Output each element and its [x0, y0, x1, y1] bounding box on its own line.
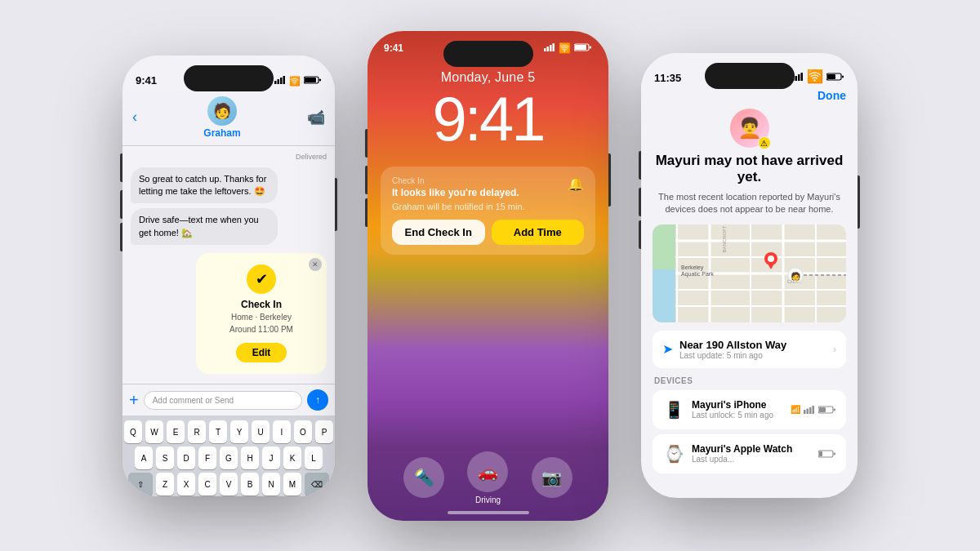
svg-rect-46 [809, 407, 812, 414]
key-t[interactable]: T [209, 420, 227, 443]
keyboard: Q W E R T Y U I O P A S D F G H J K L [122, 415, 335, 495]
messages-header: ‹ 🧑 Graham 📹 [122, 91, 335, 146]
key-d[interactable]: D [177, 447, 195, 469]
messages-screen: 9:41 🛜 ‹ 🧑 Graham 📹 Delivered So great t… [122, 56, 335, 496]
lockscreen-date: Monday, June 5 [368, 70, 608, 85]
location-icon: ➤ [662, 341, 673, 357]
contact-name[interactable]: Graham [203, 127, 240, 139]
keyboard-row-2: A S D F G H J K L [126, 447, 332, 469]
close-button[interactable]: ✕ [309, 258, 322, 271]
messages-body: Delivered So great to catch up. Thanks f… [122, 146, 335, 384]
svg-rect-13 [590, 46, 591, 48]
dynamic-island-1 [184, 65, 274, 91]
notification-main-title: It looks like you're delayed. [392, 187, 519, 198]
device-status-1: 📶 [791, 405, 836, 414]
battery-icon-1 [304, 76, 322, 86]
key-s[interactable]: S [156, 447, 174, 469]
key-b[interactable]: B [241, 473, 259, 495]
key-h[interactable]: H [241, 447, 259, 469]
location-info: Near 190 Allston Way Last update: 5 min … [679, 339, 833, 360]
back-button[interactable]: ‹ [132, 109, 137, 126]
findmy-status-icons: 🛜 [792, 69, 844, 84]
svg-rect-5 [305, 78, 316, 82]
send-button[interactable]: ↑ [307, 389, 328, 411]
location-chevron-icon[interactable]: › [833, 344, 836, 355]
phone-findmy: 11:35 🛜 Done 🧑‍🦱 ⚠ Mayuri may not have a… [641, 53, 858, 498]
phone-lockscreen: 9:41 🛜 Monday, June 5 9:41 Check In It l… [368, 31, 608, 521]
key-m[interactable]: M [283, 473, 301, 495]
lockscreen-notification: Check In It looks like you're delayed. 🔔… [381, 167, 595, 255]
svg-text:BANCROFT: BANCROFT [722, 225, 727, 252]
lockscreen-dock: 🔦 🚗 Driving 📷 [368, 451, 608, 504]
notification-actions: End Check In Add Time [392, 220, 584, 245]
message-bubble-2: Drive safe—text me when you get home! 🏡 [131, 208, 278, 245]
map-svg: 🧑 Berkeley Aquatic Park BANCROFT CHA... [653, 224, 846, 322]
key-l[interactable]: L [305, 447, 323, 469]
key-i[interactable]: I [273, 420, 291, 443]
findmy-alert-section: 🧑‍🦱 ⚠ Mayuri may not have arrived yet. T… [641, 109, 858, 224]
person-avatar: 🧑‍🦱 ⚠ [730, 109, 769, 148]
key-z[interactable]: Z [156, 473, 174, 495]
key-w[interactable]: W [145, 420, 163, 443]
keyboard-row-3: ⇧ Z X C V B N M ⌫ [126, 473, 332, 495]
delivered-label: Delivered [131, 153, 327, 161]
svg-rect-16 [798, 74, 800, 81]
edit-button[interactable]: Edit [236, 343, 287, 362]
driving-mode-icon[interactable]: 🚗 [467, 451, 508, 492]
wifi-icon-1: 🛜 [289, 76, 301, 87]
key-y[interactable]: Y [230, 420, 248, 443]
add-attachment-button[interactable]: + [129, 391, 139, 410]
svg-rect-7 [544, 48, 546, 51]
key-x[interactable]: X [177, 473, 195, 495]
message-input[interactable]: Add comment or Send [144, 391, 302, 410]
camera-button[interactable]: 📷 [532, 457, 572, 498]
shift-key[interactable]: ⇧ [128, 473, 153, 495]
key-p[interactable]: P [315, 420, 333, 443]
svg-rect-1 [278, 79, 280, 84]
flashlight-button[interactable]: 🔦 [403, 457, 444, 498]
svg-rect-19 [827, 74, 835, 79]
key-j[interactable]: J [262, 447, 280, 469]
end-check-in-button[interactable]: End Check In [392, 220, 485, 245]
key-n[interactable]: N [262, 473, 280, 495]
driving-mode: 🚗 Driving [467, 451, 508, 504]
key-e[interactable]: E [167, 420, 185, 443]
key-f[interactable]: F [198, 447, 216, 469]
signal-icon-1 [274, 76, 286, 86]
findmy-status-time: 11:35 [654, 72, 681, 84]
key-v[interactable]: V [220, 473, 238, 495]
facetime-icon[interactable]: 📹 [307, 109, 325, 127]
driving-label: Driving [475, 495, 501, 504]
location-section: ➤ Near 190 Allston Way Last update: 5 mi… [653, 331, 846, 368]
location-row: ➤ Near 190 Allston Way Last update: 5 mi… [662, 339, 836, 360]
check-in-card: ✕ ✔ Check In Home · Berkeley Around 11:0… [196, 253, 327, 374]
key-u[interactable]: U [252, 420, 270, 443]
svg-rect-44 [804, 410, 806, 414]
svg-rect-12 [575, 45, 586, 50]
done-button[interactable]: Done [817, 89, 846, 102]
add-time-button[interactable]: Add Time [492, 220, 585, 245]
svg-rect-50 [834, 408, 835, 411]
key-r[interactable]: R [188, 420, 206, 443]
message-bubble-1: So great to catch up. Thanks for letting… [131, 167, 278, 204]
key-k[interactable]: K [283, 447, 301, 469]
lockscreen-status-icons: 🛜 [544, 42, 592, 54]
messages-input-bar: + Add comment or Send ↑ [122, 384, 335, 415]
key-g[interactable]: G [220, 447, 238, 469]
keyboard-row-1: Q W E R T Y U I O P [126, 420, 332, 443]
key-c[interactable]: C [198, 473, 216, 495]
key-a[interactable]: A [135, 447, 153, 469]
iphone-signal-icon [804, 406, 815, 414]
device-card-watch: ⌚ Mayuri's Apple Watch Last upda... [653, 434, 846, 473]
iphone-wifi-icon: 📶 [791, 405, 800, 414]
device-time-2: Last upda... [692, 455, 812, 464]
delete-key[interactable]: ⌫ [305, 473, 329, 495]
key-o[interactable]: O [294, 420, 312, 443]
dynamic-island-3 [705, 63, 795, 89]
key-q[interactable]: Q [124, 420, 142, 443]
notification-header: Check In It looks like you're delayed. 🔔 [392, 176, 584, 198]
map-section[interactable]: 🧑 Berkeley Aquatic Park BANCROFT CHA... [653, 224, 846, 322]
svg-rect-0 [274, 81, 277, 84]
watch-device-icon: ⌚ [662, 442, 685, 465]
svg-rect-6 [319, 79, 321, 82]
